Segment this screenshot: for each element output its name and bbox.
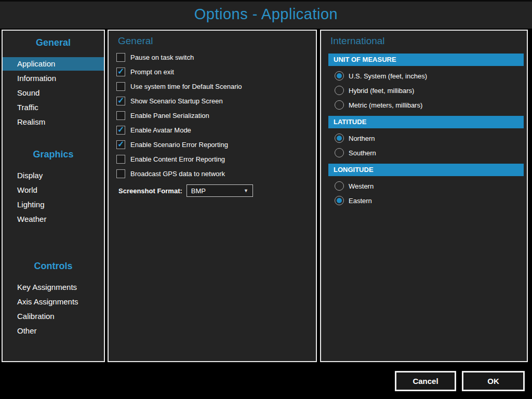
group-longitude: LONGITUDEWesternEastern <box>321 164 527 205</box>
cancel-button[interactable]: Cancel <box>395 371 456 391</box>
sidebar-section-items-general: ApplicationInformationSoundTrafficRealis… <box>3 57 104 129</box>
checkbox-label-broadcast-gps-data-to-network: Broadcast GPS data to network <box>130 170 225 178</box>
radio-row-metric-meters-millibars[interactable]: Metric (meters, millibars) <box>335 100 527 110</box>
title-bar: Options - Application <box>0 0 532 29</box>
sidebar-section-header-general: General <box>3 37 104 48</box>
radio-row-southern[interactable]: Southern <box>335 148 527 157</box>
radio-label-southern: Southern <box>349 149 376 157</box>
group-header-longitude: LONGITUDE <box>328 164 524 176</box>
sidebar-section-items-controls: Key AssignmentsAxis AssignmentsCalibrati… <box>3 281 104 338</box>
checkbox-label-enable-scenario-error-reporting: Enable Scenario Error Reporting <box>130 141 228 149</box>
checkbox-row-enable-content-error-reporting[interactable]: Enable Content Error Reporting <box>116 155 316 164</box>
checkbox-enable-avatar-mode[interactable] <box>116 126 125 135</box>
sidebar-item-other[interactable]: Other <box>3 324 104 338</box>
screenshot-format-dropdown[interactable]: BMP ▼ <box>187 184 253 197</box>
group-options-unit-of-measure: U.S. System (feet, inches)Hybrid (feet, … <box>335 71 527 110</box>
group-options-longitude: WesternEastern <box>335 181 527 205</box>
sidebar-section-header-graphics: Graphics <box>3 149 104 159</box>
checkbox-row-use-system-time-for-default-scenario[interactable]: Use system time for Default Scenario <box>116 82 316 91</box>
group-unit-of-measure: UNIT OF MEASUREU.S. System (feet, inches… <box>321 54 527 110</box>
radio-southern[interactable] <box>335 148 344 157</box>
screenshot-format-value: BMP <box>191 187 206 195</box>
radio-label-u-s-system-feet-inches: U.S. System (feet, inches) <box>349 72 427 80</box>
sidebar-item-realism[interactable]: Realism <box>3 115 104 129</box>
radio-label-hybrid-feet-millibars: Hybrid (feet, millibars) <box>349 87 414 95</box>
checkbox-row-prompt-on-exit[interactable]: Prompt on exit <box>116 68 316 76</box>
checkbox-row-enable-scenario-error-reporting[interactable]: Enable Scenario Error Reporting <box>116 140 316 149</box>
international-panel: International UNIT OF MEASUREU.S. System… <box>320 30 528 362</box>
radio-label-eastern: Eastern <box>349 197 372 205</box>
sidebar-item-traffic[interactable]: Traffic <box>3 101 104 114</box>
radio-row-western[interactable]: Western <box>335 181 527 191</box>
screenshot-format-label: Screenshot Format: <box>118 187 182 195</box>
checkbox-show-scenario-startup-screen[interactable] <box>116 97 125 105</box>
sidebar-item-display[interactable]: Display <box>3 169 104 182</box>
sidebar-section-controls: ControlsKey AssignmentsAxis AssignmentsC… <box>3 261 104 338</box>
checkbox-label-pause-on-task-switch: Pause on task switch <box>130 54 194 61</box>
sidebar-section-header-controls: Controls <box>3 261 104 271</box>
radio-label-western: Western <box>349 182 374 190</box>
radio-row-u-s-system-feet-inches[interactable]: U.S. System (feet, inches) <box>335 71 527 81</box>
radio-western[interactable] <box>335 181 344 191</box>
checkbox-label-enable-content-error-reporting: Enable Content Error Reporting <box>130 155 225 163</box>
sidebar-item-application[interactable]: Application <box>3 57 104 71</box>
group-options-latitude: NorthernSouthern <box>335 134 527 157</box>
sidebar-section-graphics: GraphicsDisplayWorldLightingWeather <box>3 149 104 226</box>
checkbox-row-pause-on-task-switch[interactable]: Pause on task switch <box>116 53 316 62</box>
checkbox-pause-on-task-switch[interactable] <box>116 53 125 62</box>
checkbox-label-enable-panel-serialization: Enable Panel Serialization <box>130 112 209 119</box>
checkbox-use-system-time-for-default-scenario[interactable] <box>116 82 125 91</box>
checkbox-label-enable-avatar-mode: Enable Avatar Mode <box>130 126 191 134</box>
sidebar-item-world[interactable]: World <box>3 183 104 197</box>
checkbox-row-enable-avatar-mode[interactable]: Enable Avatar Mode <box>116 126 316 135</box>
general-panel-heading: General <box>118 35 316 47</box>
checkbox-label-prompt-on-exit: Prompt on exit <box>130 68 174 76</box>
general-panel: General Pause on task switchPrompt on ex… <box>108 30 317 362</box>
radio-u-s-system-feet-inches[interactable] <box>335 71 344 81</box>
checkbox-broadcast-gps-data-to-network[interactable] <box>116 169 125 178</box>
sidebar-item-key-assignments[interactable]: Key Assignments <box>3 281 104 294</box>
radio-metric-meters-millibars[interactable] <box>335 100 344 110</box>
group-header-latitude: LATITUDE <box>328 116 524 128</box>
checkbox-prompt-on-exit[interactable] <box>116 68 125 76</box>
group-header-unit-of-measure: UNIT OF MEASURE <box>328 54 524 66</box>
screenshot-format-row: Screenshot Format: BMP ▼ <box>118 184 316 197</box>
checkbox-label-show-scenario-startup-screen: Show Scenario Startup Screen <box>130 97 223 105</box>
checkbox-enable-panel-serialization[interactable] <box>116 111 125 120</box>
checkbox-row-broadcast-gps-data-to-network[interactable]: Broadcast GPS data to network <box>116 169 316 178</box>
checkbox-list: Pause on task switchPrompt on exitUse sy… <box>116 53 316 178</box>
sidebar-section-general: GeneralApplicationInformationSoundTraffi… <box>3 37 104 129</box>
group-latitude: LATITUDENorthernSouthern <box>321 116 527 157</box>
sidebar-item-information[interactable]: Information <box>3 72 104 85</box>
sidebar-section-items-graphics: DisplayWorldLightingWeather <box>3 169 104 226</box>
sidebar: GeneralApplicationInformationSoundTraffi… <box>2 30 105 362</box>
checkbox-row-show-scenario-startup-screen[interactable]: Show Scenario Startup Screen <box>116 97 316 105</box>
radio-northern[interactable] <box>335 134 344 143</box>
sidebar-item-sound[interactable]: Sound <box>3 86 104 100</box>
radio-row-northern[interactable]: Northern <box>335 134 527 143</box>
radio-hybrid-feet-millibars[interactable] <box>335 86 344 95</box>
window-title: Options - Application <box>0 2 532 23</box>
radio-groups: UNIT OF MEASUREU.S. System (feet, inches… <box>321 54 527 205</box>
radio-eastern[interactable] <box>335 196 344 205</box>
radio-label-northern: Northern <box>349 135 375 142</box>
sidebar-item-lighting[interactable]: Lighting <box>3 198 104 211</box>
sidebar-item-weather[interactable]: Weather <box>3 212 104 226</box>
radio-label-metric-meters-millibars: Metric (meters, millibars) <box>349 101 422 109</box>
chevron-down-icon: ▼ <box>244 188 248 193</box>
radio-row-eastern[interactable]: Eastern <box>335 196 527 205</box>
checkbox-label-use-system-time-for-default-scenario: Use system time for Default Scenario <box>130 83 242 90</box>
international-panel-heading: International <box>330 35 527 47</box>
sidebar-item-calibration[interactable]: Calibration <box>3 310 104 323</box>
radio-row-hybrid-feet-millibars[interactable]: Hybrid (feet, millibars) <box>335 86 527 95</box>
sidebar-item-axis-assignments[interactable]: Axis Assignments <box>3 295 104 309</box>
checkbox-enable-content-error-reporting[interactable] <box>116 155 125 164</box>
checkbox-row-enable-panel-serialization[interactable]: Enable Panel Serialization <box>116 111 316 120</box>
ok-button[interactable]: OK <box>462 371 525 391</box>
checkbox-enable-scenario-error-reporting[interactable] <box>116 140 125 149</box>
